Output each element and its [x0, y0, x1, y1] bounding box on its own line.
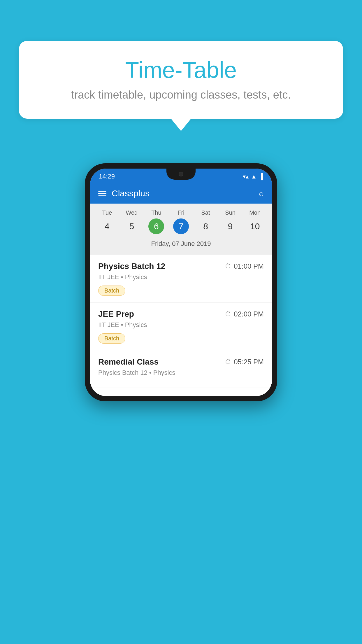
schedule-detail: IIT JEE • Physics: [98, 273, 264, 281]
phone-mockup: 14:29 ▾▴ ▲ ▐ Classplus ⌕: [85, 163, 277, 401]
calendar-day[interactable]: Tue4: [95, 209, 119, 234]
schedule-item[interactable]: Remedial Class⏱ 05:25 PMPhysics Batch 12…: [90, 350, 272, 388]
day-name: Tue: [102, 209, 112, 216]
schedule-detail: Physics Batch 12 • Physics: [98, 369, 264, 377]
day-number: 8: [198, 218, 214, 234]
schedule-time: ⏱ 01:00 PM: [225, 262, 264, 270]
wifi-icon: ▾▴: [243, 173, 249, 180]
hamburger-menu-icon[interactable]: [98, 191, 106, 196]
app-title: Classplus: [112, 188, 259, 198]
schedule-time: ⏱ 02:00 PM: [225, 310, 264, 318]
schedule-time: ⏱ 05:25 PM: [225, 358, 264, 366]
notch-camera: [179, 172, 183, 176]
app-header: Classplus ⌕: [90, 183, 272, 204]
schedule-item-header: JEE Prep⏱ 02:00 PM: [98, 309, 264, 319]
selected-date-label: Friday, 07 June 2019: [95, 237, 267, 252]
phone-bottom: [90, 388, 272, 396]
day-number: 6: [148, 218, 164, 234]
day-name: Sun: [225, 209, 236, 216]
bubble-subtitle: track timetable, upcoming classes, tests…: [36, 89, 326, 101]
calendar-day[interactable]: Sat8: [194, 209, 217, 234]
calendar-day[interactable]: Fri7: [169, 209, 193, 234]
day-name: Wed: [126, 209, 138, 216]
schedule-item[interactable]: JEE Prep⏱ 02:00 PMIIT JEE • PhysicsBatch: [90, 302, 272, 350]
day-name: Fri: [178, 209, 184, 216]
clock-icon: ⏱: [225, 358, 231, 366]
phone-screen: 14:29 ▾▴ ▲ ▐ Classplus ⌕: [90, 169, 272, 396]
schedule-item-header: Physics Batch 12⏱ 01:00 PM: [98, 262, 264, 271]
schedule-item-header: Remedial Class⏱ 05:25 PM: [98, 357, 264, 367]
schedule-name: Physics Batch 12: [98, 262, 165, 271]
status-bar: 14:29 ▾▴ ▲ ▐: [90, 169, 272, 183]
calendar-day[interactable]: Mon10: [243, 209, 267, 234]
clock-icon: ⏱: [225, 262, 231, 270]
day-number: 10: [247, 218, 263, 234]
calendar-day[interactable]: Thu6: [145, 209, 168, 234]
calendar-section: Tue4Wed5Thu6Fri7Sat8Sun9Mon10 Friday, 07…: [90, 204, 272, 255]
speech-bubble-container: Time-Table track timetable, upcoming cla…: [19, 41, 343, 119]
batch-tag: Batch: [98, 333, 125, 344]
speech-bubble: Time-Table track timetable, upcoming cla…: [19, 41, 343, 119]
day-number: 9: [222, 218, 238, 234]
day-name: Mon: [249, 209, 261, 216]
phone-frame: 14:29 ▾▴ ▲ ▐ Classplus ⌕: [85, 163, 277, 401]
status-time: 14:29: [99, 173, 115, 180]
days-row: Tue4Wed5Thu6Fri7Sat8Sun9Mon10: [95, 209, 267, 234]
schedule-name: Remedial Class: [98, 357, 159, 367]
calendar-day[interactable]: Wed5: [120, 209, 143, 234]
schedule-detail: IIT JEE • Physics: [98, 321, 264, 329]
battery-icon: ▐: [259, 173, 263, 180]
search-icon[interactable]: ⌕: [259, 189, 264, 198]
schedule-name: JEE Prep: [98, 309, 134, 319]
day-name: Sat: [201, 209, 210, 216]
schedule-list: Physics Batch 12⏱ 01:00 PMIIT JEE • Phys…: [90, 255, 272, 388]
day-number: 5: [124, 218, 140, 234]
status-icons: ▾▴ ▲ ▐: [243, 173, 263, 180]
signal-icon: ▲: [251, 173, 257, 180]
bubble-title: Time-Table: [36, 57, 326, 83]
day-number: 7: [173, 218, 189, 234]
day-name: Thu: [151, 209, 161, 216]
clock-icon: ⏱: [225, 310, 231, 318]
batch-tag: Batch: [98, 286, 125, 296]
schedule-item[interactable]: Physics Batch 12⏱ 01:00 PMIIT JEE • Phys…: [90, 255, 272, 302]
notch: [166, 169, 196, 180]
day-number: 4: [99, 218, 115, 234]
calendar-day[interactable]: Sun9: [219, 209, 242, 234]
